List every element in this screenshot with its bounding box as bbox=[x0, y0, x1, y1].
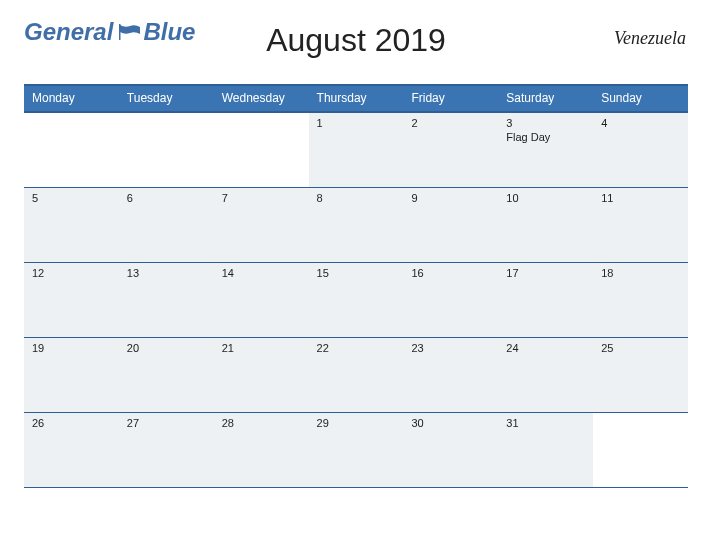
day-number: 22 bbox=[317, 342, 398, 354]
day-cell bbox=[24, 113, 119, 187]
day-cell: 24 bbox=[498, 338, 593, 412]
day-cell: 2 bbox=[403, 113, 498, 187]
day-cell: 27 bbox=[119, 413, 214, 487]
day-cell: 20 bbox=[119, 338, 214, 412]
day-number: 4 bbox=[601, 117, 682, 129]
day-cell: 14 bbox=[214, 263, 309, 337]
day-number: 8 bbox=[317, 192, 398, 204]
brand-word1: General bbox=[24, 18, 113, 46]
country-label: Venezuela bbox=[614, 28, 686, 49]
day-number: 24 bbox=[506, 342, 587, 354]
day-number: 10 bbox=[506, 192, 587, 204]
day-cell: 28 bbox=[214, 413, 309, 487]
day-number: 14 bbox=[222, 267, 303, 279]
day-cell: 25 bbox=[593, 338, 688, 412]
week-row: 19202122232425 bbox=[24, 337, 688, 412]
day-cell: 10 bbox=[498, 188, 593, 262]
day-number: 28 bbox=[222, 417, 303, 429]
day-number: 25 bbox=[601, 342, 682, 354]
day-number: 15 bbox=[317, 267, 398, 279]
day-number: 7 bbox=[222, 192, 303, 204]
day-cell: 15 bbox=[309, 263, 404, 337]
day-number: 3 bbox=[506, 117, 587, 129]
day-number: 1 bbox=[317, 117, 398, 129]
day-number: 9 bbox=[411, 192, 492, 204]
day-cell: 23 bbox=[403, 338, 498, 412]
day-cell: 3Flag Day bbox=[498, 113, 593, 187]
day-number: 6 bbox=[127, 192, 208, 204]
day-number: 27 bbox=[127, 417, 208, 429]
flag-icon bbox=[119, 24, 141, 44]
weekday-header: Wednesday bbox=[214, 86, 309, 111]
day-cell: 18 bbox=[593, 263, 688, 337]
day-cell: 21 bbox=[214, 338, 309, 412]
day-number: 30 bbox=[411, 417, 492, 429]
day-cell: 7 bbox=[214, 188, 309, 262]
weekday-header: Friday bbox=[403, 86, 498, 111]
day-cell: 31 bbox=[498, 413, 593, 487]
day-cell: 4 bbox=[593, 113, 688, 187]
day-cell: 26 bbox=[24, 413, 119, 487]
day-number: 31 bbox=[506, 417, 587, 429]
day-cell bbox=[214, 113, 309, 187]
day-cell: 19 bbox=[24, 338, 119, 412]
day-cell: 12 bbox=[24, 263, 119, 337]
day-number: 11 bbox=[601, 192, 682, 204]
day-cell bbox=[119, 113, 214, 187]
day-number: 20 bbox=[127, 342, 208, 354]
day-cell: 22 bbox=[309, 338, 404, 412]
day-cell: 17 bbox=[498, 263, 593, 337]
svg-rect-0 bbox=[119, 24, 121, 40]
day-number: 18 bbox=[601, 267, 682, 279]
day-number: 21 bbox=[222, 342, 303, 354]
brand-logo: General Blue bbox=[24, 18, 195, 46]
week-row: 12131415161718 bbox=[24, 262, 688, 337]
weekday-header-row: Monday Tuesday Wednesday Thursday Friday… bbox=[24, 84, 688, 112]
header: General Blue August 2019 Venezuela bbox=[24, 22, 688, 78]
day-cell: 13 bbox=[119, 263, 214, 337]
calendar-page: General Blue August 2019 Venezuela Monda… bbox=[0, 0, 712, 550]
weekday-header: Sunday bbox=[593, 86, 688, 111]
day-cell: 29 bbox=[309, 413, 404, 487]
weekday-header: Monday bbox=[24, 86, 119, 111]
day-cell: 30 bbox=[403, 413, 498, 487]
weekday-header: Saturday bbox=[498, 86, 593, 111]
day-number: 23 bbox=[411, 342, 492, 354]
day-number: 16 bbox=[411, 267, 492, 279]
day-number: 19 bbox=[32, 342, 113, 354]
page-title: August 2019 bbox=[266, 22, 446, 59]
day-cell: 5 bbox=[24, 188, 119, 262]
day-number: 29 bbox=[317, 417, 398, 429]
week-row: 123Flag Day4 bbox=[24, 112, 688, 187]
day-number: 26 bbox=[32, 417, 113, 429]
day-cell: 16 bbox=[403, 263, 498, 337]
day-cell: 8 bbox=[309, 188, 404, 262]
day-cell: 6 bbox=[119, 188, 214, 262]
weekday-header: Thursday bbox=[309, 86, 404, 111]
week-row: 567891011 bbox=[24, 187, 688, 262]
day-number: 5 bbox=[32, 192, 113, 204]
day-cell: 9 bbox=[403, 188, 498, 262]
day-cell bbox=[593, 413, 688, 487]
week-row: 262728293031 bbox=[24, 412, 688, 487]
day-number: 17 bbox=[506, 267, 587, 279]
day-event: Flag Day bbox=[506, 131, 587, 143]
brand-word2: Blue bbox=[143, 18, 195, 46]
calendar-grid: Monday Tuesday Wednesday Thursday Friday… bbox=[24, 84, 688, 488]
day-number: 12 bbox=[32, 267, 113, 279]
bottom-border bbox=[24, 487, 688, 488]
weekday-header: Tuesday bbox=[119, 86, 214, 111]
day-cell: 1 bbox=[309, 113, 404, 187]
day-cell: 11 bbox=[593, 188, 688, 262]
day-number: 13 bbox=[127, 267, 208, 279]
day-number: 2 bbox=[411, 117, 492, 129]
